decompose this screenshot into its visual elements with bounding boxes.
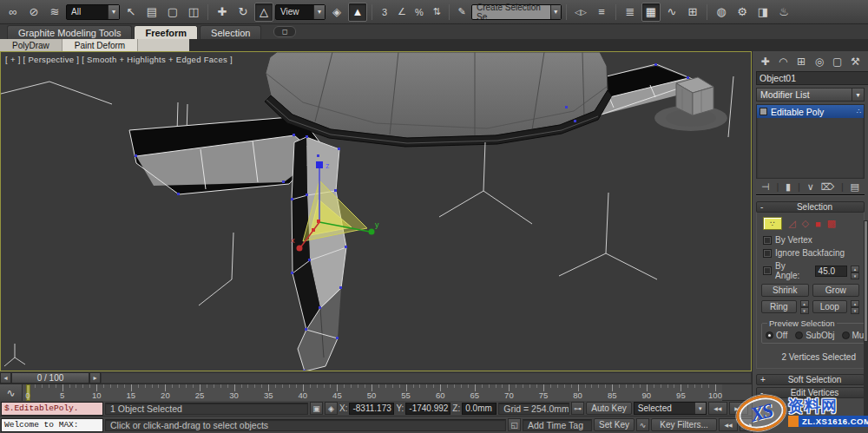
selected-vertex[interactable] — [312, 228, 315, 232]
unlink-selection-icon[interactable]: ⊘ — [24, 3, 43, 22]
previous-frame-icon[interactable]: ◀◀ — [719, 418, 738, 431]
preview-off-radio[interactable] — [766, 331, 773, 339]
motion-tab-icon[interactable]: ◎ — [812, 55, 826, 69]
subtab-polydraw[interactable]: PolyDraw — [0, 39, 62, 51]
layer-manager-icon[interactable]: ≣ — [621, 3, 640, 22]
window-crossing-icon[interactable]: ◫ — [184, 3, 203, 22]
viewport-label[interactable]: [ + ] [ Perspective ] [ Smooth + Highlig… — [5, 55, 233, 64]
hierarchy-tab-icon[interactable]: ⊞ — [794, 55, 809, 69]
named-selection-sets-dropdown[interactable]: Create Selection Se ▾ — [471, 4, 562, 20]
modify-tab-icon[interactable]: ◠ — [776, 55, 791, 69]
border-subobject-icon[interactable]: ◇ — [801, 218, 808, 229]
ribbon-minimize-toggle[interactable]: ◻ — [273, 26, 296, 37]
maxscript-listener-line2[interactable]: Welcome to MAX: — [1, 418, 103, 432]
by-angle-spinner[interactable]: ▴ ▾ — [851, 266, 859, 277]
show-end-result-icon[interactable]: ▮ — [786, 181, 791, 193]
time-slider-next-icon[interactable]: ▸ — [89, 372, 101, 384]
render-setup-icon[interactable]: ⚙ — [733, 3, 752, 22]
shrink-button[interactable]: Shrink — [761, 284, 809, 297]
timeline-ruler[interactable]: 0510152025303540455055606570758085909510… — [23, 384, 722, 401]
time-slider-prev-icon[interactable]: ◂ — [0, 372, 11, 384]
auto-key-filter-dropdown[interactable]: Selected ▾ — [634, 402, 707, 415]
selection-lock-icon[interactable]: ▣ — [310, 402, 323, 415]
mirror-icon[interactable]: ◁▷ — [571, 3, 590, 22]
reference-coordinate-dropdown[interactable]: View ▾ — [275, 4, 326, 20]
utilities-tab-icon[interactable]: ⚒ — [848, 55, 863, 69]
selection-rollout-header[interactable]: - Selection — [756, 201, 865, 213]
by-vertex-checkbox[interactable] — [763, 236, 772, 245]
add-time-tag[interactable]: Add Time Tag — [523, 419, 592, 431]
preview-subobj-radio[interactable] — [795, 331, 803, 339]
table-top[interactable] — [265, 52, 612, 147]
select-and-rotate-icon[interactable]: ↻ — [233, 3, 253, 22]
viewport-canvas[interactable]: z y x — [1, 52, 751, 371]
select-by-name-icon[interactable]: ▤ — [142, 3, 161, 22]
y-coordinate-field[interactable]: -1740.992 — [405, 403, 450, 415]
display-tab-icon[interactable]: ▢ — [830, 55, 845, 69]
loop-spinner[interactable]: ▴ ▾ — [851, 300, 859, 312]
perspective-viewport[interactable]: [ + ] [ Perspective ] [ Smooth + Highlig… — [0, 51, 752, 371]
curve-editor-icon[interactable]: ∿ — [662, 3, 681, 22]
rectangular-selection-region-icon[interactable]: ▢ — [163, 3, 182, 22]
pin-stack-icon[interactable]: ⊣ — [761, 181, 770, 193]
spinner-snap-icon[interactable]: ⇅ — [429, 3, 444, 22]
align-icon[interactable]: ≡ — [592, 3, 611, 22]
tab-graphite-modeling-tools[interactable]: Graphite Modeling Tools — [7, 25, 132, 39]
absolute-offset-toggle-icon[interactable]: ◈ — [325, 402, 338, 415]
spin-up-icon[interactable]: ▴ — [800, 300, 809, 307]
object-name-field[interactable] — [756, 71, 868, 85]
go-to-start-icon[interactable]: ◀◀ — [708, 402, 727, 415]
keyboard-override-icon[interactable]: ▲ — [348, 3, 367, 22]
key-mode-toggle-icon[interactable]: ⊶ — [571, 402, 584, 415]
select-and-move-icon[interactable]: ✚ — [213, 3, 232, 22]
edit-named-selection-sets-icon[interactable]: ✎ — [454, 3, 470, 22]
polygon-subobject-icon[interactable]: ■ — [815, 219, 821, 229]
remove-modifier-icon[interactable]: ⌦ — [821, 181, 835, 193]
edge-subobject-icon[interactable]: ◿ — [788, 218, 795, 229]
by-angle-checkbox[interactable] — [763, 266, 772, 275]
configure-modifier-sets-icon[interactable]: ▤ — [851, 181, 859, 193]
selection-filter-dropdown[interactable]: All ▾ — [66, 4, 120, 20]
auto-key-button[interactable]: Auto Key — [586, 402, 632, 415]
select-and-scale-icon[interactable]: △ — [254, 3, 273, 22]
gizmo-y-handle[interactable] — [369, 229, 375, 235]
make-unique-icon[interactable]: ∨ — [807, 181, 814, 193]
gizmo-x-handle[interactable] — [297, 246, 303, 252]
preview-multi-radio[interactable] — [842, 331, 850, 339]
select-and-manipulate-icon[interactable]: ◈ — [327, 3, 346, 22]
gizmo-z-handle[interactable] — [316, 161, 323, 168]
ring-button[interactable]: Ring — [761, 300, 797, 313]
tab-selection[interactable]: Selection — [200, 25, 261, 39]
bind-to-spacewarp-icon[interactable]: ≋ — [45, 3, 64, 22]
selected-vertex[interactable] — [317, 220, 320, 223]
percent-snap-icon[interactable]: % — [411, 3, 427, 22]
schematic-view-icon[interactable]: ⊞ — [683, 3, 702, 22]
spin-up-icon[interactable]: ▴ — [851, 266, 859, 272]
stack-item-editable-poly[interactable]: Editable Poly ∴ — [757, 105, 864, 118]
set-key-button[interactable]: Set Key — [594, 418, 635, 431]
grow-button[interactable]: Grow — [812, 284, 860, 297]
spin-up-icon[interactable]: ▴ — [851, 300, 859, 307]
isolate-selection-icon[interactable]: ◱ — [508, 418, 521, 431]
spin-down-icon[interactable]: ▾ — [851, 272, 859, 279]
subtab-paint-deform[interactable]: Paint Deform — [62, 39, 138, 51]
rendered-frame-window-icon[interactable]: ◨ — [753, 3, 773, 22]
select-and-link-icon[interactable]: ∞ — [3, 3, 23, 22]
ring-spinner[interactable]: ▴ ▾ — [800, 300, 809, 312]
panel-scrollbar-thumb[interactable] — [864, 220, 868, 342]
x-coordinate-field[interactable]: -8311.173 — [349, 403, 394, 415]
element-subobject-icon[interactable]: ▩ — [827, 218, 836, 229]
snaps-toggle-icon[interactable]: 3 — [377, 3, 392, 22]
z-coordinate-field[interactable]: 0.0mm — [462, 403, 496, 415]
select-object-icon[interactable]: ↖ — [122, 3, 141, 22]
graphite-toolbox-icon[interactable]: ▦ — [641, 3, 661, 22]
spin-down-icon[interactable]: ▾ — [851, 307, 859, 314]
time-slider-track[interactable] — [101, 372, 752, 384]
panel-scrollbar[interactable] — [864, 220, 868, 420]
ignore-backfacing-checkbox[interactable] — [763, 249, 772, 258]
tab-freeform[interactable]: Freeform — [134, 25, 198, 39]
create-tab-icon[interactable]: ✚ — [758, 55, 773, 69]
by-angle-field[interactable]: 45.0 — [815, 266, 848, 277]
mini-curve-editor-button[interactable]: ∿ — [0, 384, 23, 401]
render-production-icon[interactable]: ♨ — [774, 3, 793, 22]
